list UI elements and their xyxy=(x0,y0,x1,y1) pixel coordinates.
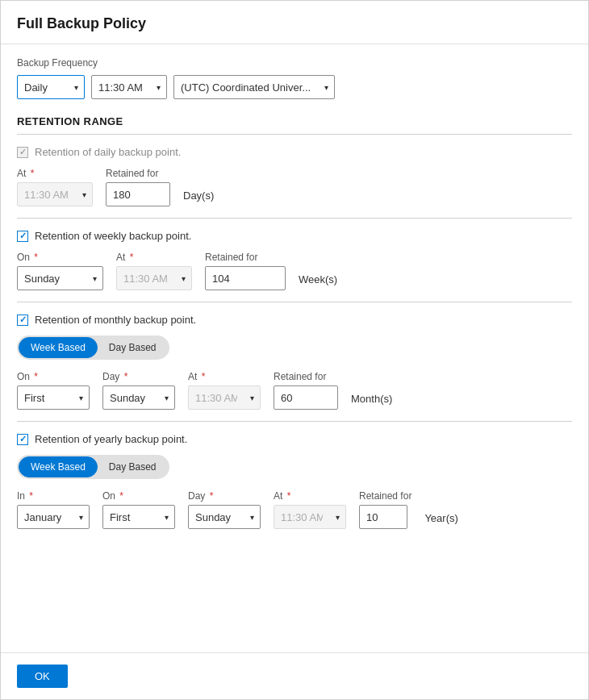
weekly-checkbox[interactable] xyxy=(17,231,28,242)
weekly-retention-label: Retention of weekly backup point. xyxy=(35,230,191,242)
daily-at-select: 11:30 AM xyxy=(17,182,93,206)
monthly-on-group: On * First Second Third Fourth Last ▾ xyxy=(17,371,90,410)
yearly-day-star: * xyxy=(210,490,214,502)
yearly-in-select[interactable]: January February March April May June Ju… xyxy=(17,505,90,529)
yearly-at-group: At * 11:30 AM ▾ xyxy=(274,490,346,529)
yearly-retained-input[interactable] xyxy=(359,505,407,529)
monthly-on-label: On * xyxy=(17,371,90,382)
weekly-at-group: At * 11:30 AM ▾ xyxy=(116,252,192,290)
daily-retained-label: Retained for xyxy=(106,168,170,179)
weekly-retention-section: Retention of weekly backup point. On * S… xyxy=(17,219,572,302)
yearly-week-based-btn[interactable]: Week Based xyxy=(19,456,98,477)
yearly-in-star: * xyxy=(29,490,33,502)
daily-retention-section: Retention of daily backup point. At * 11… xyxy=(17,135,572,219)
yearly-retained-group: Retained for xyxy=(359,490,411,529)
yearly-retention-label: Retention of yearly backup point. xyxy=(35,433,187,445)
yearly-day-select[interactable]: Sunday Monday Tuesday Wednesday Thursday… xyxy=(188,505,261,529)
weekly-retained-input[interactable] xyxy=(205,266,286,290)
footer: OK xyxy=(1,652,588,699)
monthly-checkbox[interactable] xyxy=(17,315,28,326)
monthly-retained-group: Retained for xyxy=(274,371,338,410)
weekly-on-star: * xyxy=(34,252,38,263)
yearly-retention-section: Retention of yearly backup point. Week B… xyxy=(17,422,572,540)
yearly-in-group: In * January February March April May Ju… xyxy=(17,490,90,529)
content-area: Backup Frequency Daily Weekly Monthly ▾ … xyxy=(1,44,588,652)
monthly-at-select: 11:30 AM xyxy=(188,385,261,410)
monthly-on-star: * xyxy=(34,371,38,382)
daily-checkbox-row: Retention of daily backup point. xyxy=(17,146,572,158)
backup-frequency-label: Backup Frequency xyxy=(17,57,572,69)
daily-retention-label: Retention of daily backup point. xyxy=(35,146,181,158)
weekly-at-star: * xyxy=(130,252,134,263)
daily-retained-input[interactable] xyxy=(106,182,170,206)
yearly-at-label: At * xyxy=(274,490,346,502)
yearly-in-select-wrapper: January February March April May June Ju… xyxy=(17,505,90,529)
monthly-day-select[interactable]: Sunday Monday Tuesday Wednesday Thursday… xyxy=(102,385,175,410)
monthly-day-star: * xyxy=(124,371,128,382)
timezone-select-wrapper: (UTC) Coordinated Univer... ▾ xyxy=(173,75,335,99)
weekly-on-label: On * xyxy=(17,252,103,263)
daily-retained-group: Retained for xyxy=(106,168,170,206)
monthly-fields-row: On * First Second Third Fourth Last ▾ xyxy=(17,371,572,410)
monthly-unit: Month(s) xyxy=(351,393,392,410)
yearly-unit: Year(s) xyxy=(424,512,457,529)
daily-at-star: * xyxy=(31,168,35,179)
frequency-select-wrapper: Daily Weekly Monthly ▾ xyxy=(17,75,85,99)
monthly-checkbox-row: Retention of monthly backup point. xyxy=(17,314,572,326)
yearly-fields-row: In * January February March April May Ju… xyxy=(17,490,572,529)
daily-fields-row: At * 11:30 AM ▾ Retained for Day(s) xyxy=(17,168,572,206)
monthly-on-select[interactable]: First Second Third Fourth Last xyxy=(17,385,90,410)
yearly-at-select: 11:30 AM xyxy=(274,505,346,529)
weekly-unit: Week(s) xyxy=(299,273,337,290)
monthly-retention-label: Retention of monthly backup point. xyxy=(35,314,196,326)
weekly-fields-row: On * Sunday Monday Tuesday Wednesday Thu… xyxy=(17,252,572,290)
monthly-day-label: Day * xyxy=(102,371,175,382)
monthly-day-group: Day * Sunday Monday Tuesday Wednesday Th… xyxy=(102,371,175,410)
monthly-day-based-btn[interactable]: Day Based xyxy=(98,337,168,358)
weekly-at-select: 11:30 AM xyxy=(116,266,192,290)
yearly-day-label: Day * xyxy=(188,490,261,502)
weekly-retained-group: Retained for xyxy=(205,252,286,290)
weekly-on-group: On * Sunday Monday Tuesday Wednesday Thu… xyxy=(17,252,103,290)
monthly-retention-section: Retention of monthly backup point. Week … xyxy=(17,302,572,422)
weekly-at-select-wrapper: 11:30 AM ▾ xyxy=(116,266,192,290)
weekly-checkbox-row: Retention of weekly backup point. xyxy=(17,230,572,242)
monthly-week-based-btn[interactable]: Week Based xyxy=(19,337,98,358)
yearly-on-select[interactable]: First Second Third Fourth Last xyxy=(102,505,175,529)
page-container: Full Backup Policy Backup Frequency Dail… xyxy=(0,0,589,700)
time-select[interactable]: 11:30 AM 12:00 AM xyxy=(91,75,167,99)
weekly-at-label: At * xyxy=(116,252,192,263)
daily-unit: Day(s) xyxy=(183,190,214,206)
yearly-in-label: In * xyxy=(17,490,90,502)
ok-button[interactable]: OK xyxy=(17,665,68,688)
monthly-at-select-wrapper: 11:30 AM ▾ xyxy=(188,385,261,410)
frequency-select[interactable]: Daily Weekly Monthly xyxy=(17,75,85,99)
time-select-wrapper: 11:30 AM 12:00 AM ▾ xyxy=(91,75,167,99)
yearly-on-label: On * xyxy=(102,490,175,502)
retention-heading: RETENTION RANGE xyxy=(17,115,572,135)
daily-at-select-wrapper: 11:30 AM ▾ xyxy=(17,182,93,206)
yearly-day-group: Day * Sunday Monday Tuesday Wednesday Th… xyxy=(188,490,261,529)
weekly-on-select-wrapper: Sunday Monday Tuesday Wednesday Thursday… xyxy=(17,266,103,290)
yearly-on-star: * xyxy=(119,490,123,502)
yearly-toggle-container: Week Based Day Based xyxy=(17,455,169,479)
daily-at-group: At * 11:30 AM ▾ xyxy=(17,168,93,206)
yearly-day-based-btn[interactable]: Day Based xyxy=(98,456,168,477)
yearly-checkbox-row: Retention of yearly backup point. xyxy=(17,433,572,445)
yearly-day-select-wrapper: Sunday Monday Tuesday Wednesday Thursday… xyxy=(188,505,261,529)
yearly-at-star: * xyxy=(287,490,291,502)
monthly-toggle-container: Week Based Day Based xyxy=(17,335,169,360)
daily-checkbox[interactable] xyxy=(17,147,28,158)
yearly-on-select-wrapper: First Second Third Fourth Last ▾ xyxy=(102,505,175,529)
weekly-on-select[interactable]: Sunday Monday Tuesday Wednesday Thursday… xyxy=(17,266,103,290)
daily-at-label: At * xyxy=(17,168,93,179)
monthly-retained-label: Retained for xyxy=(274,371,338,382)
monthly-day-select-wrapper: Sunday Monday Tuesday Wednesday Thursday… xyxy=(102,385,175,410)
page-title: Full Backup Policy xyxy=(1,1,588,44)
monthly-at-label: At * xyxy=(188,371,261,382)
monthly-retained-input[interactable] xyxy=(274,385,338,410)
monthly-at-star: * xyxy=(202,371,206,382)
timezone-select[interactable]: (UTC) Coordinated Univer... xyxy=(173,75,335,99)
yearly-checkbox[interactable] xyxy=(17,434,28,445)
monthly-at-group: At * 11:30 AM ▾ xyxy=(188,371,261,410)
